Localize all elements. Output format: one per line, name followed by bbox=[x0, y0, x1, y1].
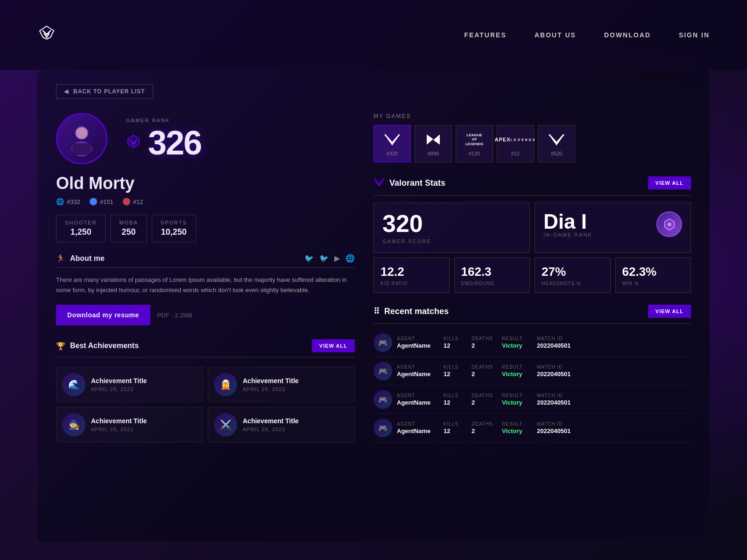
in-game-rank-box: Dia I IN-GAME RANK bbox=[535, 203, 691, 253]
youtube-icon[interactable]: ▶ bbox=[334, 254, 340, 263]
agent-label-0: AGENT bbox=[397, 336, 439, 341]
achievement-date-1: APRIL 29, 2022 bbox=[243, 386, 299, 392]
rank-global: 🌐 #332 bbox=[56, 198, 80, 205]
in-game-rank-label: IN-GAME RANK bbox=[543, 232, 592, 238]
kills-value-3: 12 bbox=[444, 427, 467, 434]
win-rate-label: WIN % bbox=[622, 281, 684, 286]
achievements-view-all-button[interactable]: VIEW ALL bbox=[312, 339, 355, 352]
games-row: #320 #890 bbox=[374, 125, 691, 162]
achievement-date-3: APRIL 29, 2022 bbox=[243, 427, 299, 432]
deaths-label-0: DEATHS bbox=[472, 336, 497, 341]
about-text: There are many variations of passages of… bbox=[56, 275, 355, 295]
game-rank-lol: #120 bbox=[460, 151, 489, 156]
twitter-icon[interactable]: 🐦 bbox=[319, 254, 329, 263]
svg-rect-3 bbox=[72, 143, 91, 155]
dota2-logo bbox=[419, 131, 448, 148]
match-avatar-0: 🎮 bbox=[374, 333, 392, 352]
dmg-round-label: DMG/ROUND bbox=[461, 281, 523, 286]
game-rank-valorant: #320 bbox=[378, 151, 407, 156]
kills-value-1: 12 bbox=[444, 371, 467, 378]
deaths-value-3: 2 bbox=[472, 427, 497, 434]
kills-value-2: 12 bbox=[444, 399, 467, 406]
matchid-value-3: 2022040501 bbox=[537, 427, 579, 434]
deaths-value-0: 2 bbox=[472, 342, 497, 349]
rank-label: GAMER RANK bbox=[126, 118, 355, 123]
game-card-valorant[interactable]: #320 bbox=[374, 125, 411, 162]
nav-download[interactable]: DOWNLOAD bbox=[604, 31, 651, 39]
cat-shooter: SHOOTER 1,250 bbox=[56, 215, 106, 242]
rank-eu: #151 bbox=[90, 198, 113, 205]
matches-header: ⠿ Recent matches VIEW ALL bbox=[374, 305, 691, 324]
game-rank-dota2: #890 bbox=[419, 151, 448, 156]
nav-features[interactable]: FEATURES bbox=[464, 31, 506, 39]
achievement-date-2: APRIL 29, 2022 bbox=[91, 427, 147, 432]
achievement-title-1: Achievement Title bbox=[243, 377, 299, 385]
deaths-value-2: 2 bbox=[472, 399, 497, 406]
stats-view-all-button[interactable]: VIEW ALL bbox=[648, 176, 691, 189]
win-rate-value: 62.3% bbox=[622, 265, 684, 279]
achievements-header: 🏆 Best Achievements VIEW ALL bbox=[56, 339, 355, 357]
achievement-item-0: 🌊 Achievement Title APRIL 29, 2022 bbox=[56, 367, 203, 402]
matches-title: ⠿ Recent matches bbox=[374, 306, 449, 316]
stats-top: 320 GAMER SCORE Dia I IN-GAME RANK bbox=[374, 203, 691, 253]
achievements-grid: 🌊 Achievement Title APRIL 29, 2022 🧝 Ach… bbox=[56, 367, 355, 442]
result-label-0: RESULT bbox=[502, 336, 532, 341]
profile-top: GAMER RANK 326 bbox=[56, 113, 355, 164]
headshots-box: 27% HEADSHOTS % bbox=[535, 258, 611, 293]
kills-label-0: KILLS bbox=[444, 336, 467, 341]
web-icon[interactable]: 🌐 bbox=[345, 254, 355, 263]
kills-value-0: 12 bbox=[444, 342, 467, 349]
headshots-label: HEADSHOTS % bbox=[542, 281, 604, 286]
matchid-label-0: MATCH ID bbox=[537, 336, 579, 341]
rank-uk: #12 bbox=[123, 198, 143, 205]
game-card-dota2[interactable]: #890 bbox=[415, 125, 452, 162]
rank-number: 326 bbox=[148, 126, 201, 160]
player-name: Old Morty bbox=[56, 174, 355, 193]
deaths-value-1: 2 bbox=[472, 371, 497, 378]
game-card-valorant2[interactable]: #520 bbox=[538, 125, 575, 162]
result-value-3: Victory bbox=[502, 427, 532, 434]
gamer-score-box: 320 GAMER SCORE bbox=[374, 203, 530, 253]
gamer-score-value: 320 bbox=[382, 211, 521, 236]
achievement-item-1: 🧝 Achievement Title APRIL 29, 2022 bbox=[208, 367, 355, 402]
achievement-item-2: 🧙 Achievement Title APRIL 29, 2022 bbox=[56, 407, 203, 442]
nav-about[interactable]: ABOUT US bbox=[535, 31, 576, 39]
match-avatar-3: 🎮 bbox=[374, 419, 392, 437]
achievement-title-3: Achievement Title bbox=[243, 417, 299, 425]
my-games-label: MY GAMES bbox=[374, 113, 691, 119]
achievement-item-3: ⚔️ Achievement Title APRIL 29, 2022 bbox=[208, 407, 355, 442]
result-value-1: Victory bbox=[502, 371, 532, 378]
logo[interactable] bbox=[37, 24, 56, 46]
download-resume-button[interactable]: Download my resume bbox=[56, 305, 150, 325]
rank-section: GAMER RANK 326 bbox=[126, 118, 355, 160]
agent-name-2: AgentName bbox=[397, 399, 439, 406]
back-button-label: BACK TO PLAYER LIST bbox=[73, 88, 145, 95]
game-rank-apex: #12 bbox=[501, 151, 530, 156]
match-avatar-1: 🎮 bbox=[374, 362, 392, 380]
person-icon: 🏃 bbox=[56, 254, 65, 263]
file-info: PDF - 2.2MB bbox=[157, 312, 192, 319]
top-navigation: FEATURES ABOUT US DOWNLOAD SIGN IN bbox=[0, 0, 747, 70]
achievements-title: 🏆 Best Achievements bbox=[56, 342, 139, 350]
headshots-value: 27% bbox=[542, 265, 604, 279]
matches-view-all-button[interactable]: VIEW ALL bbox=[648, 305, 691, 318]
matchid-value-2: 2022040501 bbox=[537, 399, 579, 406]
match-row-2: 🎮 AGENT AgentName KILLS 12 DEATHS 2 bbox=[374, 385, 691, 414]
game-card-apex[interactable]: APEXLEGENDS #12 bbox=[497, 125, 534, 162]
game-categories: SHOOTER 1,250 MOBA 250 SPORTS 10,250 bbox=[56, 215, 355, 242]
about-me-title: 🏃 About me bbox=[56, 254, 105, 263]
win-rate-box: 62.3% WIN % bbox=[615, 258, 691, 293]
result-value-0: Victory bbox=[502, 342, 532, 349]
game-card-lol[interactable]: LEAGUEOFLEGENDS #120 bbox=[456, 125, 493, 162]
cat-moba: MOBA 250 bbox=[110, 215, 147, 242]
match-row-3: 🎮 AGENT AgentName KILLS 12 DEATHS 2 bbox=[374, 414, 691, 442]
facebook-icon[interactable]: 🐦 bbox=[304, 254, 314, 263]
match-avatar-2: 🎮 bbox=[374, 390, 392, 409]
nav-signin[interactable]: SIGN IN bbox=[679, 31, 710, 39]
agent-name-3: AgentName bbox=[397, 427, 439, 434]
download-area: Download my resume PDF - 2.2MB bbox=[56, 305, 355, 325]
avatar bbox=[56, 113, 107, 164]
match-row-0: 🎮 AGENT AgentName KILLS 12 DEATHS 2 bbox=[374, 329, 691, 357]
match-row-1: 🎮 AGENT AgentName KILLS 12 DEATHS 2 bbox=[374, 357, 691, 385]
back-button[interactable]: ◀ BACK TO PLAYER LIST bbox=[56, 84, 153, 99]
